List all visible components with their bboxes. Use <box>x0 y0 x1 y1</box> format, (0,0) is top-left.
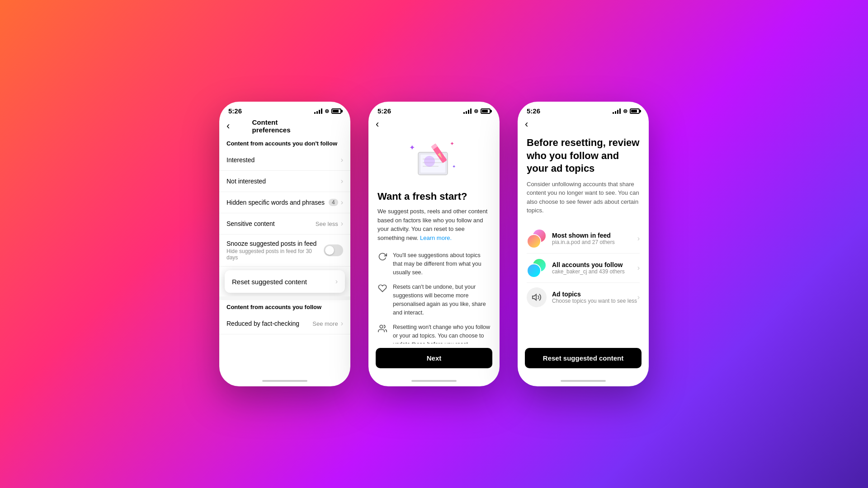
fresh-content: ✦ ✦ ✦ Want a fresh start? We suggest pos… <box>368 129 500 343</box>
wifi-icon-1: ⊜ <box>325 108 329 114</box>
ad-topics-name: Ad topics <box>552 291 637 298</box>
status-bar-3: 5:26 ⊜ <box>518 102 649 117</box>
svg-point-11 <box>424 156 435 167</box>
home-indicator-2 <box>368 375 500 386</box>
avatar-front-1 <box>527 234 541 249</box>
status-bar-1: 5:26 ⊜ <box>219 102 350 117</box>
status-icons-2: ⊜ <box>463 108 491 114</box>
reset-button[interactable]: Reset suggested content <box>525 348 642 368</box>
chevron-icon-fact-check: › <box>341 319 343 328</box>
ad-topics-icon <box>527 287 547 307</box>
refresh-icon <box>377 252 387 262</box>
reset-popup-item[interactable]: Reset suggested content › <box>225 270 345 293</box>
person-icon <box>377 324 387 333</box>
snooze-toggle[interactable] <box>324 244 343 256</box>
menu-item-hidden-words[interactable]: Hidden specific words and phrases 4 › <box>219 192 350 213</box>
menu-item-fact-check[interactable]: Reduced by fact-checking See more › <box>219 313 350 334</box>
account-info-all-follow: All accounts you follow cake_baker_cj an… <box>552 261 637 275</box>
battery-icon-3 <box>630 108 640 114</box>
ad-topic-item[interactable]: Ad topics Choose topics you want to see … <box>527 283 640 312</box>
back-button-3[interactable]: ‹ <box>525 119 528 129</box>
status-icons-1: ⊜ <box>314 108 341 114</box>
menu-item-sensitive-label: Sensitive content <box>226 220 275 227</box>
home-indicator-3 <box>518 375 649 386</box>
menu-item-not-interested-label: Not interested <box>226 178 266 185</box>
chevron-icon-all-follow: › <box>637 264 640 272</box>
signal-icon-2 <box>463 108 472 114</box>
snooze-item: Snooze suggested posts in feed Hide sugg… <box>219 235 350 267</box>
home-bar-3 <box>561 380 606 382</box>
learn-more-link[interactable]: Learn more. <box>420 235 452 241</box>
reset-popup-label: Reset suggested content <box>232 278 307 286</box>
illustration: ✦ ✦ ✦ <box>377 136 491 182</box>
battery-icon-2 <box>481 108 491 114</box>
home-indicator-1 <box>219 375 350 386</box>
status-time-1: 5:26 <box>228 107 242 115</box>
section-label-2: Content from accounts you follow <box>219 300 350 313</box>
battery-icon-1 <box>331 108 341 114</box>
menu-item-sensitive[interactable]: Sensitive content See less › <box>219 213 350 235</box>
status-icons-3: ⊜ <box>613 108 640 114</box>
ad-topics-info: Ad topics Choose topics you want to see … <box>552 291 637 304</box>
info-item-3: Resetting won't change who you follow or… <box>377 323 491 343</box>
review-title: Before resetting, review who you follow … <box>527 136 640 175</box>
svg-text:✦: ✦ <box>450 141 454 147</box>
account-sub-most-shown: pia.in.a.pod and 27 others <box>552 239 637 245</box>
avatar-stack-all-follow <box>527 258 547 278</box>
account-sub-all-follow: cake_baker_cj and 439 others <box>552 268 637 275</box>
svg-marker-14 <box>533 294 536 300</box>
phone-2: 5:26 ⊜ ‹ <box>368 102 500 386</box>
signal-icon-1 <box>314 108 322 114</box>
menu-item-fact-check-label: Reduced by fact-checking <box>226 320 299 327</box>
info-text-2: Resets can't be undone, but your suggest… <box>393 283 491 317</box>
screen-1: ‹ Content preferences Content from accou… <box>219 117 350 375</box>
ad-topics-sub: Choose topics you want to see less <box>552 298 637 304</box>
menu-item-not-interested[interactable]: Not interested › <box>219 171 350 192</box>
review-content: Before resetting, review who you follow … <box>518 129 649 343</box>
svg-text:✦: ✦ <box>452 164 456 169</box>
wifi-icon-3: ⊜ <box>623 108 627 114</box>
chevron-icon-most-shown: › <box>637 235 640 243</box>
info-list: You'll see suggestions about topics that… <box>377 251 491 343</box>
account-name-all-follow: All accounts you follow <box>552 261 637 268</box>
chevron-icon-interested: › <box>341 156 343 164</box>
chevron-icon-sensitive: › <box>341 220 343 228</box>
next-button[interactable]: Next <box>376 348 492 368</box>
menu-item-interested[interactable]: Interested › <box>219 150 350 171</box>
snooze-top: Snooze suggested posts in feed Hide sugg… <box>226 240 343 261</box>
review-desc: Consider unfollowing accounts that share… <box>527 180 640 215</box>
reset-popup-chevron: › <box>335 277 338 286</box>
status-time-3: 5:26 <box>527 107 540 115</box>
account-item-all-follow[interactable]: All accounts you follow cake_baker_cj an… <box>527 253 640 283</box>
status-bar-2: 5:26 ⊜ <box>368 102 500 117</box>
account-name-most-shown: Most shown in feed <box>552 232 637 239</box>
back-button-1[interactable]: ‹ <box>226 121 230 131</box>
wifi-icon-2: ⊜ <box>474 108 478 114</box>
avatar-front-2 <box>527 263 541 278</box>
page-title-1: Content preferences <box>252 118 318 134</box>
home-bar-1 <box>262 380 307 382</box>
sensitive-badge: See less <box>316 221 338 227</box>
account-info-most-shown: Most shown in feed pia.in.a.pod and 27 o… <box>552 232 637 245</box>
info-text-3: Resetting won't change who you follow or… <box>393 323 491 343</box>
info-item-2: Resets can't be undone, but your suggest… <box>377 283 491 317</box>
menu-item-fact-check-right: See more › <box>312 319 343 328</box>
svg-point-12 <box>380 325 383 328</box>
info-text-1: You'll see suggestions about topics that… <box>393 251 491 277</box>
fact-check-badge: See more <box>312 320 338 327</box>
avatar-stack-most-shown <box>527 229 547 249</box>
info-item-1: You'll see suggestions about topics that… <box>377 251 491 277</box>
hidden-words-badge: 4 <box>329 199 338 206</box>
svg-text:✦: ✦ <box>409 144 415 151</box>
signal-icon-3 <box>613 108 621 114</box>
section-divider <box>219 296 350 300</box>
chevron-icon-ad-topics: › <box>637 293 640 301</box>
phone-3: 5:26 ⊜ ‹ Before resetting, review who yo… <box>518 102 649 386</box>
menu-item-hidden-words-right: 4 › <box>329 198 343 206</box>
account-item-most-shown[interactable]: Most shown in feed pia.in.a.pod and 27 o… <box>527 224 640 253</box>
heart-icon <box>377 283 387 293</box>
back-button-2[interactable]: ‹ <box>376 119 379 129</box>
snooze-title: Snooze suggested posts in feed <box>226 240 324 247</box>
menu-item-hidden-words-label: Hidden specific words and phrases <box>226 199 325 206</box>
phone-1: 5:26 ⊜ ‹ Content preferences Content fro… <box>219 102 350 386</box>
